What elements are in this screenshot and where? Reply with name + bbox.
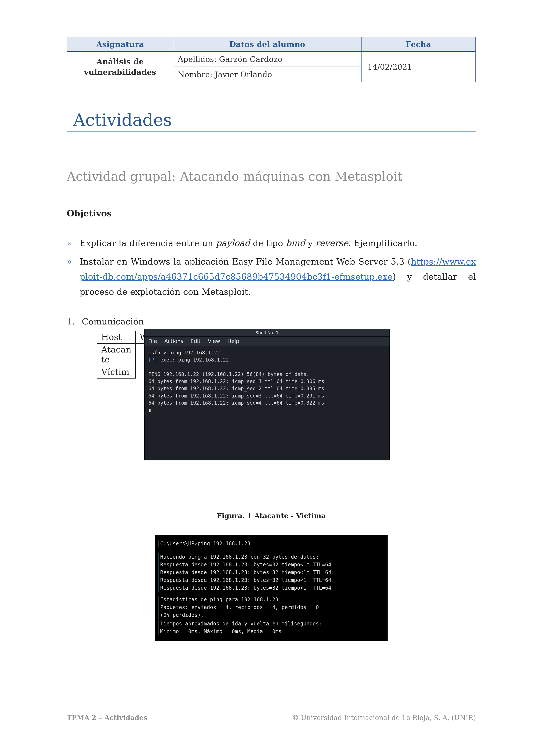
numbered-item-1: 1. Comunicación <box>67 316 476 326</box>
apellidos-cell: Apellidos: Garzón Cardozo <box>173 51 361 67</box>
bullet-marker: » <box>67 254 80 299</box>
objective-text-2: Instalar en Windows la aplicación Easy F… <box>80 254 476 299</box>
cmd-block-times: Tiempos aproximados de ida y vuelta en m… <box>158 620 382 635</box>
objectives-list: » Explicar la diferencia entre un payloa… <box>67 235 476 299</box>
mini-r1c1: Host <box>97 331 136 343</box>
list-number: 1. <box>67 316 82 326</box>
hdr-col-datos: Datos del alumno <box>173 37 361 51</box>
terminal-menubar: File Actions Edit View Help <box>144 337 390 346</box>
page-footer: TEMA 2 – Actividades © Universidad Inter… <box>67 711 476 721</box>
communication-block: Host Windows 192.168.1. Atacan te Víctim… <box>97 331 476 464</box>
bullet-marker: » <box>67 235 80 251</box>
hdr-col-fecha: Fecha <box>361 37 476 51</box>
page-title: Actividades <box>67 110 476 132</box>
objective-text-1: Explicar la diferencia entre un payload … <box>80 235 476 251</box>
figure-caption-1: Figura. 1 Atacante - Victima <box>67 512 476 520</box>
term-menu-view[interactable]: View <box>208 338 220 344</box>
header-table: Asignatura Datos del alumno Fecha Anális… <box>67 37 476 82</box>
nombre-cell: Nombre: Javier Orlando <box>173 67 361 82</box>
mini-r3c1: Víctim <box>97 366 136 378</box>
term-menu-help[interactable]: Help <box>227 338 239 344</box>
cmd-block-ping: Haciendo ping a 192.168.1.23 con 32 byte… <box>158 553 382 592</box>
term-menu-edit[interactable]: Edit <box>191 338 200 344</box>
date-cell: 14/02/2021 <box>361 51 476 82</box>
footer-right: © Universidad Internacional de La Rioja,… <box>292 714 476 721</box>
activity-subtitle: Actividad grupal: Atacando máquinas con … <box>67 169 476 184</box>
terminal-title: Shell No. 1 <box>144 329 390 337</box>
mini-r2c1: Atacan te <box>97 343 136 366</box>
cmd-line-1: C:\Users\HP>ping 192.168.1.23 <box>158 540 382 548</box>
objectives-heading: Objetivos <box>67 208 476 218</box>
subject-cell: Análisis de vulnerabilidades <box>67 51 173 82</box>
cmd-screenshot-2: C:\Users\HP>ping 192.168.1.23 Haciendo p… <box>155 535 388 641</box>
objective-item-1: » Explicar la diferencia entre un payloa… <box>67 235 476 251</box>
term-menu-actions[interactable]: Actions <box>164 338 183 344</box>
term-menu-file[interactable]: File <box>148 338 157 344</box>
cmd-block-stats: Estadísticas de ping para 192.168.1.23: … <box>158 596 382 619</box>
terminal-screenshot-1: Shell No. 1 File Actions Edit View Help … <box>144 329 390 460</box>
objective-item-2: » Instalar en Windows la aplicación Easy… <box>67 254 476 299</box>
list-label: Comunicación <box>82 316 144 326</box>
terminal-body: msf6 > ping 192.168.1.22 [*] exec: ping … <box>144 346 390 417</box>
hdr-col-asignatura: Asignatura <box>67 37 173 51</box>
footer-left: TEMA 2 – Actividades <box>67 714 147 721</box>
